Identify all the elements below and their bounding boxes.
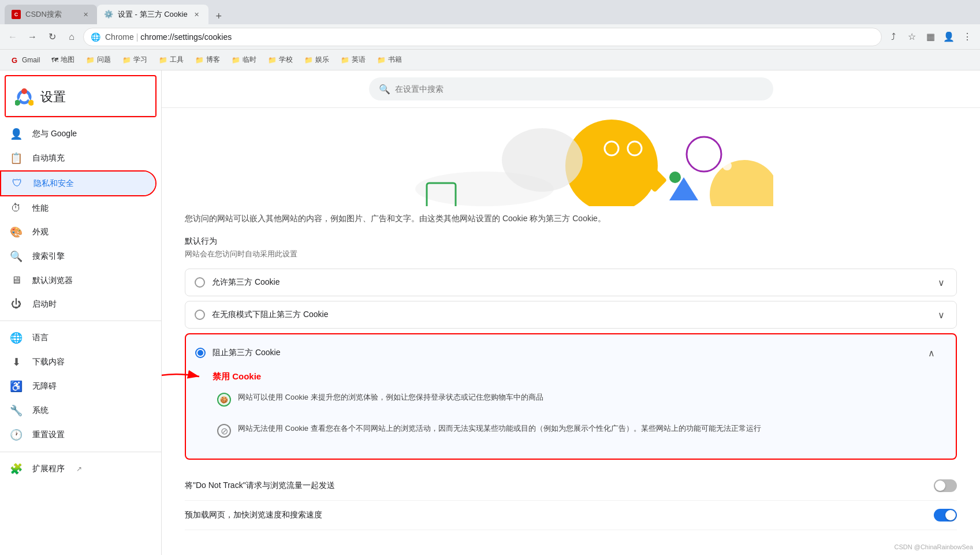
sidebar-item-reset[interactable]: 🕐 重置设置 <box>0 423 156 447</box>
option-allow-expand[interactable]: ∨ <box>931 272 952 293</box>
expanded-item-2-text: 网站无法使用 Cookie 查看您在各个不同网站上的浏览活动，因而无法实现某些功… <box>238 423 761 434</box>
search-input[interactable] <box>395 84 763 94</box>
bookmark-english[interactable]: 📁 英语 <box>336 53 370 67</box>
tab-csdn-close[interactable]: ✕ <box>81 10 90 19</box>
option-incognito-block[interactable]: 在无痕模式下阻止第三方 Cookie ∨ <box>185 301 957 329</box>
sidebar-label-reset: 重置设置 <box>32 430 65 440</box>
option-allow-third-party[interactable]: 允许第三方 Cookie ∨ <box>185 269 957 296</box>
bookmark-school[interactable]: 📁 学校 <box>263 53 297 67</box>
new-tab-button[interactable]: + <box>211 8 227 24</box>
sidebar-divider-2 <box>0 452 161 452</box>
cookie-annotation-label: 禁用 Cookie <box>213 371 261 381</box>
sidebar-label-system: 系统 <box>32 405 49 416</box>
tab-csdn[interactable]: C CSDN搜索 ✕ <box>5 5 97 24</box>
profile-button[interactable]: 👤 <box>941 29 957 45</box>
sidebar-item-system[interactable]: 🔧 系统 <box>0 398 156 423</box>
sidebar-item-default-browser[interactable]: 🖥 默认浏览器 <box>0 269 156 292</box>
sidebar-item-appearance[interactable]: 🎨 外观 <box>0 220 156 244</box>
tab-settings-title: 设置 - 第三方 Cookie <box>118 9 188 20</box>
radio-block[interactable] <box>195 348 206 358</box>
folder-icon-7: 📁 <box>304 56 313 64</box>
nav-right-buttons: ⤴ ☆ ▦ 👤 ⋮ <box>885 29 975 45</box>
bookmark-blog[interactable]: 📁 博客 <box>191 53 225 67</box>
bookmark-books-label: 书籍 <box>388 55 402 65</box>
sidebar-header: 设置 <box>6 76 155 116</box>
maps-icon: 🗺 <box>51 56 58 64</box>
sidebar-label-default-browser: 默认浏览器 <box>32 275 73 286</box>
extensions-external-icon: ↗ <box>76 465 82 473</box>
cookie-settings-content: 您访问的网站可以嵌入其他网站的内容，例如图片、广告和文字。由这类其他网站设置的 … <box>162 108 980 553</box>
option-block-expand[interactable]: ∧ <box>921 342 942 363</box>
bookmark-books[interactable]: 📁 书籍 <box>372 53 407 67</box>
nav-bar: ← → ↻ ⌂ 🌐 Chrome | chrome://settings/coo… <box>0 24 980 50</box>
sidebar-item-accessibility[interactable]: ♿ 无障碍 <box>0 374 156 398</box>
radio-incognito[interactable] <box>195 310 205 320</box>
sidebar-item-language[interactable]: 🌐 语言 <box>0 326 156 350</box>
svg-point-10 <box>669 172 681 183</box>
bookmark-english-label: 英语 <box>352 55 366 65</box>
bookmark-gmail-label: Gmail <box>22 56 40 64</box>
option-allow-header[interactable]: 允许第三方 Cookie <box>185 269 931 296</box>
sidebar-item-performance[interactable]: ⏱ 性能 <box>0 196 156 220</box>
bookmark-button[interactable]: ☆ <box>904 29 920 45</box>
shield-icon: 🛡 <box>10 177 24 189</box>
bookmark-issues[interactable]: 📁 问题 <box>81 53 115 67</box>
sidebar-item-downloads[interactable]: ⬇ 下载内容 <box>0 350 156 374</box>
preload-label: 预加载网页，加快浏览速度和搜索速度 <box>185 510 322 520</box>
svg-point-5 <box>21 94 27 100</box>
bookmark-maps[interactable]: 🗺 地图 <box>47 53 79 67</box>
extension-button[interactable]: ▦ <box>922 29 938 45</box>
option-allow-label: 允许第三方 Cookie <box>212 277 922 288</box>
main-content: 🔍 <box>162 70 980 555</box>
tab-bar: C CSDN搜索 ✕ ⚙️ 设置 - 第三方 Cookie ✕ + <box>0 0 980 24</box>
do-not-track-row: 将"Do Not Track"请求与浏览流量一起发送 <box>185 471 957 501</box>
sidebar-divider <box>0 321 161 321</box>
svg-point-15 <box>502 128 583 192</box>
sidebar-item-google[interactable]: 👤 您与 Google <box>0 122 156 146</box>
sidebar-item-startup[interactable]: ⏻ 启动时 <box>0 292 156 316</box>
sidebar-item-autofill[interactable]: 📋 自动填充 <box>0 146 156 170</box>
bookmark-temp[interactable]: 📁 临时 <box>227 53 261 67</box>
sidebar-label-appearance: 外观 <box>32 227 49 237</box>
refresh-button[interactable]: ↻ <box>44 29 60 45</box>
sidebar-label-performance: 性能 <box>32 203 49 214</box>
sidebar-item-extensions[interactable]: 🧩 扩展程序 ↗ <box>0 457 156 481</box>
radio-allow[interactable] <box>195 277 205 288</box>
preload-toggle[interactable] <box>934 509 957 522</box>
folder-icon-2: 📁 <box>122 56 131 64</box>
bookmark-entertainment-label: 娱乐 <box>315 55 329 65</box>
cookie-checkmark-icon: 🍪 <box>217 393 231 407</box>
do-not-track-toggle[interactable] <box>934 479 957 492</box>
bookmark-tools[interactable]: 📁 工具 <box>154 53 188 67</box>
clipboard-icon: 📋 <box>9 152 23 165</box>
bookmark-tools-label: 工具 <box>170 55 184 65</box>
bookmark-entertainment[interactable]: 📁 娱乐 <box>300 53 334 67</box>
cookie-illustration <box>185 108 957 212</box>
option-block-third-party[interactable]: 阻止第三方 Cookie ∧ 禁用 Cookie <box>185 333 957 460</box>
person-icon: 👤 <box>9 128 23 140</box>
menu-button[interactable]: ⋮ <box>959 29 975 45</box>
bookmark-gmail[interactable]: G Gmail <box>7 54 44 66</box>
tab-settings-close[interactable]: ✕ <box>192 10 202 19</box>
option-block-container: 阻止第三方 Cookie ∧ 禁用 Cookie <box>185 333 957 460</box>
home-button[interactable]: ⌂ <box>64 29 80 45</box>
option-incognito-expand[interactable]: ∨ <box>931 304 952 325</box>
option-incognito-header[interactable]: 在无痕模式下阻止第三方 Cookie <box>185 301 931 328</box>
bookmark-study[interactable]: 📁 学习 <box>118 53 152 67</box>
palette-icon: 🎨 <box>9 226 23 239</box>
search-box[interactable]: 🔍 <box>369 77 773 100</box>
forward-button[interactable]: → <box>24 29 40 45</box>
option-block-inner: 阻止第三方 Cookie ∧ 禁用 Cookie <box>186 334 956 459</box>
back-button[interactable]: ← <box>5 29 21 45</box>
address-bar[interactable]: 🌐 Chrome | chrome://settings/cookies <box>83 28 882 46</box>
sidebar-item-search-engine[interactable]: 🔍 搜索引擎 <box>0 244 156 269</box>
sidebar-item-privacy[interactable]: 🛡 隐私和安全 <box>1 172 155 195</box>
preload-row: 预加载网页，加快浏览速度和搜索速度 <box>185 501 957 530</box>
preload-knob <box>945 510 956 520</box>
bookmark-temp-label: 临时 <box>243 55 256 65</box>
svg-point-2 <box>21 88 27 94</box>
option-block-header[interactable]: 阻止第三方 Cookie ∧ <box>186 334 956 371</box>
share-button[interactable]: ⤴ <box>885 29 901 45</box>
folder-icon-8: 📁 <box>341 56 349 64</box>
tab-settings[interactable]: ⚙️ 设置 - 第三方 Cookie ✕ <box>97 5 208 24</box>
